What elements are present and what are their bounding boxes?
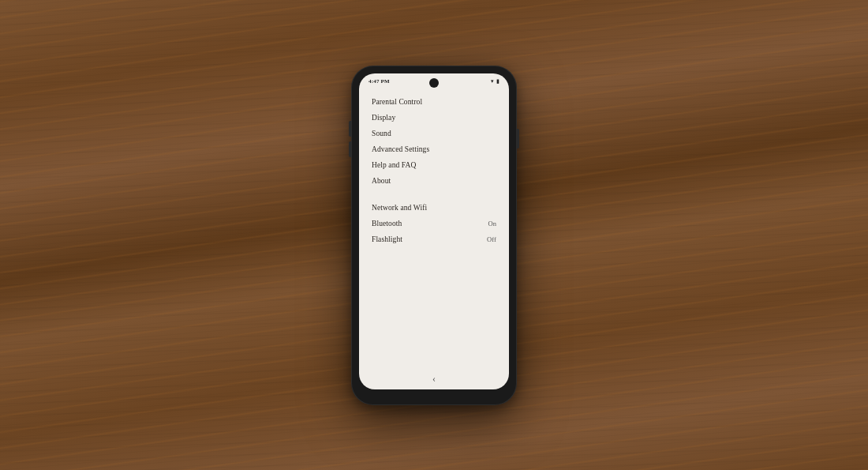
menu-item-about[interactable]: About [359, 173, 509, 189]
menu-item-advanced-settings[interactable]: Advanced Settings [359, 141, 509, 157]
battery-icon: ▮ [496, 78, 499, 85]
menu-item-label: Advanced Settings [372, 145, 429, 153]
wifi-icon: ▾ [491, 78, 494, 85]
menu-item-label: Flashlight [372, 235, 402, 243]
menu-item-sound[interactable]: Sound [359, 126, 509, 141]
settings-menu: Parental Control Display Sound Advanced … [359, 88, 509, 368]
status-icons: ▾ ▮ [491, 78, 499, 85]
volume-up-button [349, 121, 351, 137]
navigation-bar: ‹ [359, 368, 509, 389]
menu-item-label: Display [372, 114, 395, 122]
menu-item-label: About [372, 177, 391, 185]
menu-item-label: Sound [372, 130, 391, 137]
menu-item-parental-control[interactable]: Parental Control [359, 94, 509, 110]
menu-section-1: Parental Control Display Sound Advanced … [359, 94, 509, 189]
menu-item-bluetooth[interactable]: Bluetooth On [359, 216, 509, 231]
flashlight-value: Off [487, 235, 496, 243]
power-button [517, 129, 519, 149]
menu-item-label: Help and FAQ [372, 161, 416, 169]
phone-screen: 4:47 PM ▾ ▮ Parental Control Display Sou… [359, 73, 509, 389]
menu-item-label: Bluetooth [372, 220, 402, 227]
menu-item-help-faq[interactable]: Help and FAQ [359, 157, 509, 173]
menu-item-label: Parental Control [372, 98, 422, 106]
front-camera [429, 78, 439, 88]
status-time: 4:47 PM [369, 78, 390, 85]
menu-item-label: Network and Wifi [372, 204, 427, 212]
phone-device: 4:47 PM ▾ ▮ Parental Control Display Sou… [351, 66, 517, 405]
menu-item-display[interactable]: Display [359, 110, 509, 126]
menu-item-flashlight[interactable]: Flashlight Off [359, 231, 509, 247]
menu-item-network-wifi[interactable]: Network and Wifi [359, 200, 509, 216]
menu-section-2: Network and Wifi Bluetooth On Flashlight… [359, 200, 509, 247]
bluetooth-value: On [488, 220, 496, 227]
menu-divider [359, 192, 509, 200]
back-button[interactable]: ‹ [432, 373, 436, 385]
volume-down-button [349, 141, 351, 157]
